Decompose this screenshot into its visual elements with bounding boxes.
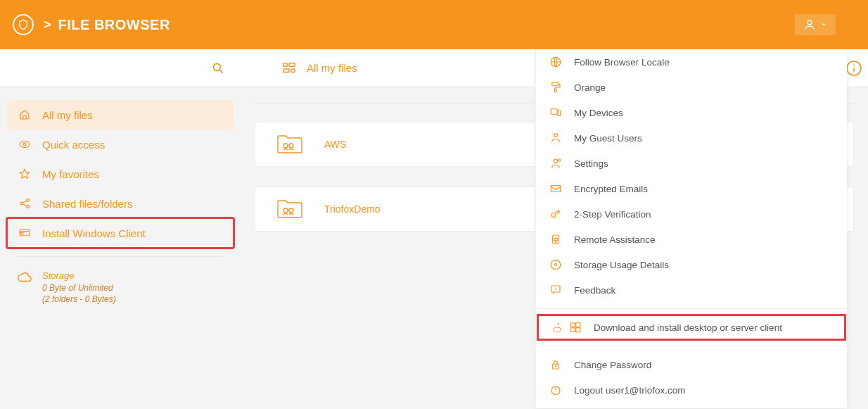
menu-item-label: Follow Browser Locale [574, 57, 670, 68]
page-title: FILE BROWSER [58, 17, 170, 33]
svg-rect-5 [283, 68, 289, 72]
storage-title: Storage [42, 270, 116, 282]
svg-rect-28 [558, 111, 561, 116]
menu-item-label: Logout user1@triofox.com [574, 385, 686, 396]
folder-icon [276, 199, 303, 219]
svg-rect-47 [576, 328, 580, 332]
sidebar-item-install-windows-client[interactable]: Install Windows Client [7, 218, 234, 248]
windows-icon [568, 321, 582, 334]
svg-point-43 [555, 291, 556, 291]
devices-icon [549, 106, 563, 119]
menu-item-label: Storage Usage Details [574, 260, 669, 270]
menu-change-password[interactable]: Change Password [536, 352, 847, 377]
storage-line1: 0 Byte of Unlimited [42, 282, 116, 294]
svg-point-10 [20, 141, 30, 148]
svg-rect-26 [555, 89, 556, 92]
folder-label: AWS [324, 139, 346, 150]
app-header: > FILE BROWSER [0, 0, 868, 49]
svg-point-39 [555, 264, 557, 266]
eye-icon [17, 138, 32, 151]
home-icon [17, 108, 32, 121]
sidebar: All my filesQuick accessMy favoritesShar… [0, 87, 241, 409]
menu-item-label: Orange [574, 82, 606, 93]
feedback-icon [549, 284, 563, 296]
chevron-down-icon [820, 21, 827, 28]
menu-2-step-verification[interactable]: 2-Step Verification [536, 201, 847, 227]
svg-rect-25 [552, 82, 559, 86]
svg-rect-6 [291, 68, 295, 72]
svg-point-34 [553, 215, 554, 216]
svg-point-22 [283, 208, 288, 213]
folder-label: TriofoxDemo [324, 203, 381, 215]
svg-point-49 [555, 366, 556, 367]
mail-icon [549, 182, 563, 195]
svg-rect-19 [21, 232, 23, 234]
sidebar-item-label: Quick access [42, 139, 105, 151]
menu-item-label: My Devices [574, 108, 623, 118]
power-icon [549, 384, 563, 396]
sidebar-item-label: Shared files/folders [42, 198, 132, 210]
menu-item-label: Download and install desktop or server c… [594, 322, 782, 333]
menu-my-devices[interactable]: My Devices [536, 100, 847, 125]
svg-point-29 [554, 134, 558, 137]
menu-follow-browser-locale[interactable]: Follow Browser Locale [536, 49, 847, 75]
menu-settings[interactable]: Settings [536, 151, 847, 176]
menu-item-label: Encrypted Emails [574, 184, 648, 194]
svg-point-11 [23, 143, 26, 146]
dropdown-divider [536, 308, 847, 309]
svg-point-9 [853, 64, 855, 65]
menu-download-client[interactable]: Download and install desktop or server c… [537, 315, 845, 340]
menu-my-guest-users[interactable]: My Guest Users [536, 125, 847, 151]
star-icon [17, 168, 32, 180]
menu-feedback[interactable]: Feedback [536, 277, 847, 303]
app-logo[interactable] [13, 14, 34, 35]
sidebar-item-all-my-files[interactable]: All my files [7, 100, 234, 130]
menu-logout-user1-triofox-com[interactable]: Logout user1@triofox.com [536, 377, 847, 403]
svg-point-31 [559, 159, 561, 161]
user-dropdown: Follow Browser LocaleOrangeMy DevicesMy … [536, 49, 847, 408]
menu-item-label: Remote Assistance [574, 234, 656, 245]
paint-icon [549, 81, 563, 94]
svg-rect-27 [551, 109, 557, 115]
breadcrumb[interactable]: All my files [307, 62, 357, 74]
apple-icon [550, 321, 564, 334]
search-icon[interactable] [211, 61, 225, 75]
svg-point-36 [555, 241, 556, 243]
user-menu-button[interactable] [795, 14, 836, 35]
svg-point-1 [213, 63, 220, 70]
cloud-icon [17, 270, 32, 305]
menu-item-label: 2-Step Verification [574, 209, 651, 220]
sidebar-item-label: Install Windows Client [42, 227, 146, 239]
svg-point-21 [289, 144, 293, 148]
dropdown-divider [536, 346, 847, 346]
menu-item-label: Settings [574, 158, 608, 169]
share-icon [17, 197, 32, 210]
svg-rect-32 [551, 186, 561, 192]
menu-remote-assistance[interactable]: Remote Assistance [536, 227, 847, 252]
disk-icon [549, 258, 563, 271]
sidebar-item-my-favorites[interactable]: My favorites [7, 159, 234, 189]
svg-point-23 [289, 208, 293, 213]
sidebar-item-quick-access[interactable]: Quick access [7, 130, 234, 159]
sidebar-item-shared-files-folders[interactable]: Shared files/folders [7, 189, 234, 218]
svg-rect-37 [554, 239, 558, 241]
remote-icon [549, 233, 563, 246]
info-icon[interactable] [845, 60, 862, 77]
sidebar-divider [17, 256, 224, 257]
menu-item-label: My Guest Users [574, 133, 642, 144]
svg-point-20 [283, 144, 288, 148]
storage-line2: (2 folders - 0 Bytes) [42, 294, 116, 305]
client-icon [17, 227, 32, 239]
svg-line-15 [23, 201, 27, 203]
svg-point-0 [808, 20, 812, 25]
verify-icon [549, 208, 563, 220]
menu-encrypted-emails[interactable]: Encrypted Emails [536, 176, 847, 201]
menu-orange[interactable]: Orange [536, 75, 847, 100]
breadcrumb-sep: > [44, 18, 51, 32]
svg-rect-46 [570, 328, 575, 332]
menu-item-label: Feedback [574, 285, 615, 296]
menu-storage-usage-details[interactable]: Storage Usage Details [536, 252, 847, 277]
sidebar-item-label: All my files [42, 109, 93, 121]
storage-block: Storage 0 Byte of Unlimited (2 folders -… [7, 265, 234, 309]
svg-line-16 [23, 204, 27, 206]
